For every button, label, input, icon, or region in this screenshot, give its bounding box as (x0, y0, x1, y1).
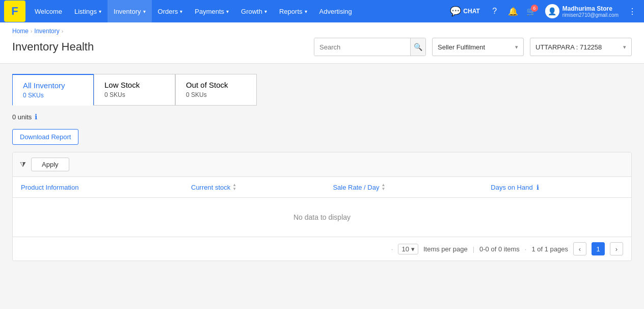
items-range: 0-0 of 0 items (479, 245, 520, 253)
bell-icon: 🔔 (508, 7, 518, 16)
tab-all-inventory[interactable]: All Inventory 0 SKUs (12, 74, 94, 106)
nav-welcome[interactable]: Welcome (29, 0, 68, 22)
avatar: 👤 (545, 4, 559, 18)
chevron-down-icon: ▾ (623, 44, 626, 50)
cart-badge: 6 (531, 5, 538, 12)
sort-icon: ▲▼ (381, 183, 385, 191)
pagination-prev-dots: · (391, 245, 393, 253)
nav-reports[interactable]: Reports ▾ (273, 0, 313, 22)
page-1-button[interactable]: 1 (592, 242, 605, 255)
page-title: Inventory Health (12, 40, 94, 54)
col-sale-rate[interactable]: Sale Rate / Day ▲▼ (325, 177, 482, 198)
cart-button[interactable]: 🛒 6 (524, 4, 539, 19)
search-button[interactable]: 🔍 (410, 38, 425, 56)
table-container: ⧩ Apply Product Information Current stoc… (12, 152, 632, 261)
units-info-icon[interactable]: ℹ (35, 113, 37, 121)
top-nav: F Welcome Listings ▾ Inventory ▾ Orders … (0, 0, 644, 22)
chevron-down-icon: ▾ (264, 9, 267, 14)
chat-button[interactable]: 💬 CHAT (446, 6, 484, 17)
nav-inventory[interactable]: Inventory ▾ (108, 0, 151, 22)
col-product-info: Product Information (13, 177, 183, 198)
breadcrumb-inventory[interactable]: Inventory (34, 28, 59, 35)
nav-advertising[interactable]: Advertising (313, 0, 358, 22)
more-options-button[interactable]: ⋮ (625, 4, 640, 19)
chevron-down-icon: ▾ (515, 44, 518, 50)
search-input[interactable] (314, 38, 410, 56)
units-count: 0 units (12, 113, 32, 121)
chevron-down-icon: ▾ (180, 9, 182, 14)
filter-bar: ⧩ Apply (13, 152, 631, 177)
chevron-down-icon: ▾ (226, 9, 229, 14)
nav-orders[interactable]: Orders ▾ (152, 0, 189, 22)
fulfillment-dropdown[interactable]: Seller Fulfilment ▾ (432, 38, 524, 56)
logo[interactable]: F (4, 1, 25, 22)
notifications-button[interactable]: 🔔 (505, 4, 521, 19)
main-content: All Inventory 0 SKUs Low Stock 0 SKUs Ou… (0, 64, 644, 309)
breadcrumb-sep-1: › (31, 29, 32, 34)
filter-icon: ⧩ (20, 160, 26, 169)
help-button[interactable]: ? (487, 4, 502, 19)
apply-button[interactable]: Apply (31, 158, 69, 171)
user-email: rimisen2710@gmail.com (562, 12, 619, 18)
page-header: Home › Inventory › Inventory Health 🔍 Se… (0, 22, 644, 64)
breadcrumb-sep-2: › (62, 29, 63, 34)
col-days-on-hand: Days on Hand ℹ (482, 177, 631, 198)
nav-payments[interactable]: Payments ▾ (189, 0, 235, 22)
days-info-icon[interactable]: ℹ (536, 184, 539, 191)
pagination-separator: | (473, 245, 474, 253)
pages-text: 1 of 1 pages (531, 245, 568, 253)
col-current-stock[interactable]: Current stock ▲▼ (183, 177, 325, 198)
chevron-down-icon: ▾ (411, 245, 415, 253)
tab-out-of-stock[interactable]: Out of Stock 0 SKUs (175, 74, 257, 106)
pagination-bar: · 10 ▾ Items per page | 0-0 of 0 items ·… (13, 237, 631, 261)
chevron-down-icon: ▾ (305, 9, 307, 14)
page-size-dropdown[interactable]: 10 ▾ (398, 244, 418, 254)
more-icon: ⋮ (628, 7, 636, 16)
help-icon: ? (492, 7, 497, 16)
download-report-button[interactable]: Download Report (12, 129, 78, 145)
breadcrumb: Home › Inventory › (12, 28, 632, 35)
prev-page-button[interactable]: ‹ (573, 242, 586, 255)
next-page-button[interactable]: › (610, 242, 623, 255)
user-menu[interactable]: 👤 Madhurima Store rimisen2710@gmail.com (542, 4, 622, 18)
search-box: 🔍 (314, 38, 426, 56)
sort-icon: ▲▼ (232, 183, 236, 191)
nav-growth[interactable]: Growth ▾ (235, 0, 273, 22)
tab-low-stock[interactable]: Low Stock 0 SKUs (94, 74, 175, 106)
user-name: Madhurima Store (562, 5, 619, 12)
breadcrumb-home[interactable]: Home (12, 28, 29, 35)
chat-icon: 💬 (450, 6, 461, 17)
chevron-down-icon: ▾ (143, 9, 146, 14)
items-per-page-label: Items per page (423, 245, 468, 253)
no-data-cell: No data to display (13, 198, 631, 237)
units-bar: 0 units ℹ (12, 113, 632, 121)
pagination-mid-dots: · (525, 245, 527, 253)
nav-listings[interactable]: Listings ▾ (68, 0, 108, 22)
inventory-table: Product Information Current stock ▲▼ Sal… (13, 177, 631, 237)
chevron-down-icon: ▾ (99, 9, 101, 14)
inventory-tabs: All Inventory 0 SKUs Low Stock 0 SKUs Ou… (12, 74, 632, 106)
location-dropdown[interactable]: UTTARPARA : 712258 ▾ (530, 38, 632, 56)
